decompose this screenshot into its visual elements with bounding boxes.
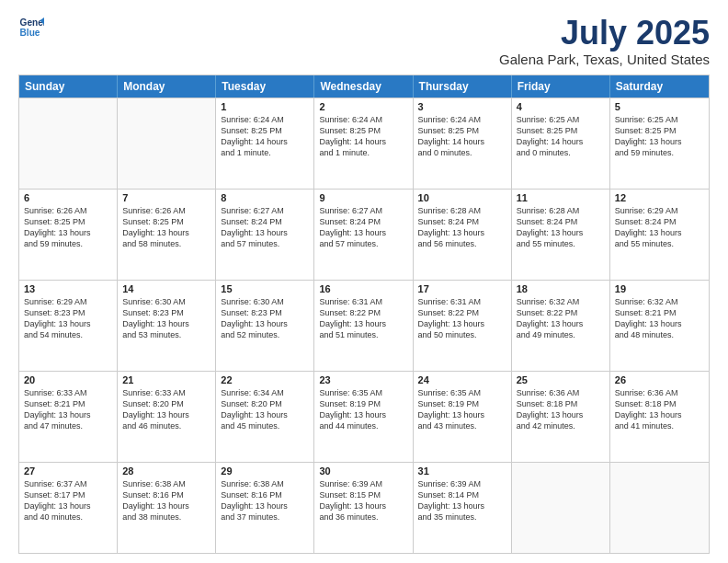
calendar-cell: 25Sunrise: 6:36 AM Sunset: 8:18 PM Dayli… [512,372,610,462]
calendar-cell: 13Sunrise: 6:29 AM Sunset: 8:23 PM Dayli… [19,281,118,371]
day-number: 20 [24,374,112,385]
calendar-cell: 12Sunrise: 6:29 AM Sunset: 8:24 PM Dayli… [610,190,709,280]
cell-info: Sunrise: 6:28 AM Sunset: 8:24 PM Dayligh… [517,205,605,250]
day-number: 26 [615,374,704,385]
svg-text:General: General [20,17,44,28]
calendar-cell: 6Sunrise: 6:26 AM Sunset: 8:25 PM Daylig… [19,190,118,280]
cell-info: Sunrise: 6:25 AM Sunset: 8:25 PM Dayligh… [615,114,704,159]
page: General Blue General Blue July 2025 Gale… [0,0,728,563]
day-number: 12 [615,192,704,203]
cell-info: Sunrise: 6:37 AM Sunset: 8:17 PM Dayligh… [24,478,112,523]
day-number: 23 [319,374,407,385]
day-number: 11 [517,192,605,203]
calendar-cell: 22Sunrise: 6:34 AM Sunset: 8:20 PM Dayli… [216,372,314,462]
day-number: 1 [221,101,309,112]
cell-info: Sunrise: 6:32 AM Sunset: 8:21 PM Dayligh… [615,296,704,341]
calendar-row-4: 27Sunrise: 6:37 AM Sunset: 8:17 PM Dayli… [19,462,709,553]
calendar-cell: 26Sunrise: 6:36 AM Sunset: 8:18 PM Dayli… [610,372,709,462]
day-number: 29 [221,465,309,477]
calendar-cell: 30Sunrise: 6:39 AM Sunset: 8:15 PM Dayli… [314,463,413,553]
header-day-wednesday: Wednesday [314,75,413,98]
calendar-cell: 7Sunrise: 6:26 AM Sunset: 8:25 PM Daylig… [118,190,216,280]
day-number: 9 [319,192,407,203]
header-day-thursday: Thursday [414,75,512,98]
calendar-cell: 21Sunrise: 6:33 AM Sunset: 8:20 PM Dayli… [118,372,216,462]
calendar-cell: 28Sunrise: 6:38 AM Sunset: 8:16 PM Dayli… [118,463,216,553]
day-number: 14 [122,283,210,294]
cell-info: Sunrise: 6:32 AM Sunset: 8:22 PM Dayligh… [517,296,605,341]
cell-info: Sunrise: 6:39 AM Sunset: 8:14 PM Dayligh… [418,478,506,523]
cell-info: Sunrise: 6:24 AM Sunset: 8:25 PM Dayligh… [418,114,506,159]
header-day-monday: Monday [118,75,216,98]
calendar-cell [512,463,610,553]
day-number: 31 [418,465,506,477]
cell-info: Sunrise: 6:35 AM Sunset: 8:19 PM Dayligh… [319,387,407,432]
calendar-cell: 15Sunrise: 6:30 AM Sunset: 8:23 PM Dayli… [216,281,314,371]
calendar-cell: 19Sunrise: 6:32 AM Sunset: 8:21 PM Dayli… [610,281,709,371]
subtitle: Galena Park, Texas, United States [499,52,710,67]
calendar-cell: 8Sunrise: 6:27 AM Sunset: 8:24 PM Daylig… [216,190,314,280]
calendar-cell: 24Sunrise: 6:35 AM Sunset: 8:19 PM Dayli… [414,372,512,462]
cell-info: Sunrise: 6:34 AM Sunset: 8:20 PM Dayligh… [221,387,309,432]
day-number: 28 [122,465,210,477]
cell-info: Sunrise: 6:25 AM Sunset: 8:25 PM Dayligh… [517,114,605,159]
day-number: 18 [517,283,605,294]
calendar-cell: 11Sunrise: 6:28 AM Sunset: 8:24 PM Dayli… [512,190,610,280]
title-block: July 2025 Galena Park, Texas, United Sta… [499,15,710,67]
day-number: 22 [221,374,309,385]
calendar-cell: 4Sunrise: 6:25 AM Sunset: 8:25 PM Daylig… [512,98,610,189]
calendar-cell: 20Sunrise: 6:33 AM Sunset: 8:21 PM Dayli… [19,372,118,462]
cell-info: Sunrise: 6:27 AM Sunset: 8:24 PM Dayligh… [319,205,407,250]
cell-info: Sunrise: 6:29 AM Sunset: 8:24 PM Dayligh… [615,205,704,250]
day-number: 27 [24,465,112,477]
cell-info: Sunrise: 6:36 AM Sunset: 8:18 PM Dayligh… [615,387,704,432]
cell-info: Sunrise: 6:31 AM Sunset: 8:22 PM Dayligh… [319,296,407,341]
calendar-row-2: 13Sunrise: 6:29 AM Sunset: 8:23 PM Dayli… [19,280,709,371]
calendar-cell: 9Sunrise: 6:27 AM Sunset: 8:24 PM Daylig… [314,190,413,280]
day-number: 17 [418,283,506,294]
day-number: 19 [615,283,704,294]
calendar-cell: 23Sunrise: 6:35 AM Sunset: 8:19 PM Dayli… [314,372,413,462]
day-number: 21 [122,374,210,385]
calendar-cell: 5Sunrise: 6:25 AM Sunset: 8:25 PM Daylig… [610,98,709,189]
day-number: 24 [418,374,506,385]
header-day-friday: Friday [512,75,610,98]
header-day-sunday: Sunday [19,75,118,98]
calendar-cell: 27Sunrise: 6:37 AM Sunset: 8:17 PM Dayli… [19,463,118,553]
day-number: 5 [615,101,704,112]
calendar-cell: 1Sunrise: 6:24 AM Sunset: 8:25 PM Daylig… [216,98,314,189]
day-number: 8 [221,192,309,203]
calendar-cell: 10Sunrise: 6:28 AM Sunset: 8:24 PM Dayli… [414,190,512,280]
day-number: 3 [418,101,506,112]
day-number: 30 [319,465,407,477]
calendar-row-3: 20Sunrise: 6:33 AM Sunset: 8:21 PM Dayli… [19,371,709,462]
day-number: 15 [221,283,309,294]
day-number: 10 [418,192,506,203]
day-number: 7 [122,192,210,203]
cell-info: Sunrise: 6:33 AM Sunset: 8:21 PM Dayligh… [24,387,112,432]
day-number: 4 [517,101,605,112]
calendar-row-1: 6Sunrise: 6:26 AM Sunset: 8:25 PM Daylig… [19,189,709,280]
header: General Blue General Blue July 2025 Gale… [18,15,710,67]
calendar-cell [118,98,216,189]
cell-info: Sunrise: 6:35 AM Sunset: 8:19 PM Dayligh… [418,387,506,432]
logo: General Blue General Blue [18,15,44,40]
calendar-cell: 14Sunrise: 6:30 AM Sunset: 8:23 PM Dayli… [118,281,216,371]
calendar-cell: 31Sunrise: 6:39 AM Sunset: 8:14 PM Dayli… [414,463,512,553]
header-day-saturday: Saturday [610,75,709,98]
cell-info: Sunrise: 6:24 AM Sunset: 8:25 PM Dayligh… [319,114,407,159]
cell-info: Sunrise: 6:26 AM Sunset: 8:25 PM Dayligh… [24,205,112,250]
calendar-body: 1Sunrise: 6:24 AM Sunset: 8:25 PM Daylig… [19,98,709,553]
day-number: 2 [319,101,407,112]
cell-info: Sunrise: 6:24 AM Sunset: 8:25 PM Dayligh… [221,114,309,159]
calendar-cell: 17Sunrise: 6:31 AM Sunset: 8:22 PM Dayli… [414,281,512,371]
cell-info: Sunrise: 6:36 AM Sunset: 8:18 PM Dayligh… [517,387,605,432]
cell-info: Sunrise: 6:38 AM Sunset: 8:16 PM Dayligh… [122,478,210,523]
cell-info: Sunrise: 6:26 AM Sunset: 8:25 PM Dayligh… [122,205,210,250]
day-number: 6 [24,192,112,203]
logo-icon: General Blue [18,15,44,40]
header-day-tuesday: Tuesday [216,75,314,98]
calendar-cell [610,463,709,553]
calendar-cell [19,98,118,189]
day-number: 25 [517,374,605,385]
